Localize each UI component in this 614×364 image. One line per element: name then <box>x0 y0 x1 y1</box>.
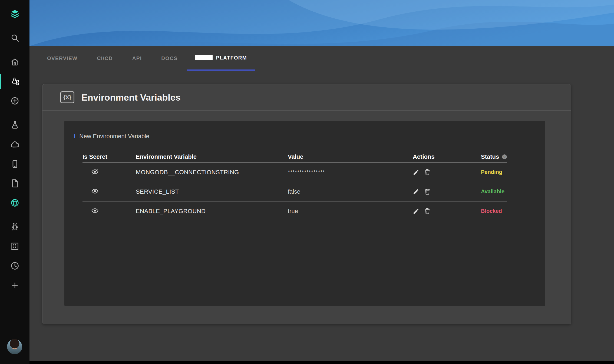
user-avatar[interactable] <box>7 339 22 354</box>
env-var-table: Is Secret Environment Variable Value Act… <box>82 151 507 221</box>
new-environment-variable-link[interactable]: +New Environment Variable <box>72 132 149 140</box>
edit-icon[interactable] <box>413 208 419 214</box>
globe-icon <box>10 198 19 207</box>
env-var-name: MONGODB__CONNECTIONSTRING <box>136 169 288 176</box>
card-header: {X} Environment Variables <box>42 84 571 111</box>
env-var-value: true <box>288 208 413 215</box>
plus-icon: + <box>72 132 77 140</box>
tab-overview[interactable]: OVERVIEW <box>47 46 87 71</box>
sidebar <box>0 0 29 364</box>
sidebar-item-globe[interactable] <box>0 193 29 213</box>
tab-platform[interactable]: PLATFORM <box>187 46 255 71</box>
banner-image <box>29 0 614 46</box>
sidebar-item-cloud[interactable] <box>0 135 29 154</box>
sidebar-item-new[interactable] <box>0 276 29 295</box>
eye-icon[interactable] <box>91 207 99 214</box>
redacted-project-name <box>195 55 213 60</box>
sidebar-item-history[interactable] <box>0 256 29 276</box>
env-var-panel: +New Environment Variable Is Secret Envi… <box>64 121 545 306</box>
status-badge: Blocked <box>481 208 507 214</box>
tab-cicd[interactable]: CI/CD <box>87 46 122 71</box>
sidebar-item-organization[interactable] <box>0 237 29 256</box>
search-icon <box>10 33 19 42</box>
eye-icon[interactable] <box>91 188 99 195</box>
status-badge: Available <box>481 188 507 195</box>
table-row: MONGODB__CONNECTIONSTRING **************… <box>82 163 507 182</box>
table-row: ENABLE_PLAYGROUND true <box>82 201 507 221</box>
card-title: Environment Variables <box>81 92 181 103</box>
sidebar-divider <box>5 113 25 113</box>
add-circle-icon <box>10 96 19 105</box>
delete-icon[interactable] <box>424 208 431 215</box>
plus-icon <box>11 281 19 289</box>
sidebar-divider <box>5 50 25 50</box>
delete-icon[interactable] <box>424 169 431 176</box>
delete-icon[interactable] <box>424 188 431 195</box>
home-icon <box>10 57 19 67</box>
status-badge: Pending <box>481 169 507 175</box>
bug-icon <box>10 222 19 231</box>
app-logo[interactable] <box>0 0 29 28</box>
mobile-icon <box>10 159 19 168</box>
sidebar-item-stacks[interactable] <box>0 72 29 91</box>
table-header-row: Is Secret Environment Variable Value Act… <box>82 151 507 163</box>
stacks-icon <box>10 77 20 86</box>
edit-icon[interactable] <box>413 169 419 176</box>
env-var-value: **************** <box>288 169 413 176</box>
layers-logo-icon <box>10 9 20 19</box>
env-var-name: SERVICE_LIST <box>136 188 288 195</box>
env-var-value: false <box>288 188 413 195</box>
tab-docs[interactable]: DOCS <box>151 46 187 71</box>
svg-text:?: ? <box>503 155 506 159</box>
sidebar-item-document[interactable] <box>0 174 29 193</box>
table-row: SERVICE_LIST false <box>82 182 507 201</box>
tab-bar: OVERVIEW CI/CD API DOCS PLATFORM <box>29 46 614 71</box>
app-window: OVERVIEW CI/CD API DOCS PLATFORM {X} Env… <box>0 0 614 364</box>
env-var-icon: {X} <box>60 91 74 103</box>
sidebar-item-search[interactable] <box>0 28 29 48</box>
header-name: Environment Variable <box>136 153 288 160</box>
sidebar-item-experiments[interactable] <box>0 115 29 135</box>
header-is-secret: Is Secret <box>82 153 136 160</box>
sidebar-item-home[interactable] <box>0 52 29 72</box>
sidebar-item-bug[interactable] <box>0 217 29 237</box>
main-content: OVERVIEW CI/CD API DOCS PLATFORM {X} Env… <box>29 46 614 361</box>
beaker-icon <box>10 120 19 130</box>
edit-icon[interactable] <box>413 188 419 195</box>
cloud-icon <box>10 140 20 149</box>
clock-icon <box>10 261 19 270</box>
header-value: Value <box>288 153 413 160</box>
header-status: Status <box>481 153 499 160</box>
document-icon <box>10 179 19 188</box>
eye-off-icon[interactable] <box>91 168 99 175</box>
tab-api[interactable]: API <box>123 46 152 71</box>
header-actions: Actions <box>413 153 481 160</box>
sidebar-item-add[interactable] <box>0 91 29 111</box>
sidebar-divider <box>5 215 25 215</box>
sidebar-item-mobile[interactable] <box>0 154 29 174</box>
environment-variables-card: {X} Environment Variables +New Environme… <box>42 84 571 324</box>
help-icon[interactable]: ? <box>502 154 507 160</box>
building-icon <box>10 242 19 251</box>
new-variable-label: New Environment Variable <box>79 133 149 140</box>
tab-platform-label: PLATFORM <box>216 55 247 61</box>
env-var-name: ENABLE_PLAYGROUND <box>136 208 288 215</box>
